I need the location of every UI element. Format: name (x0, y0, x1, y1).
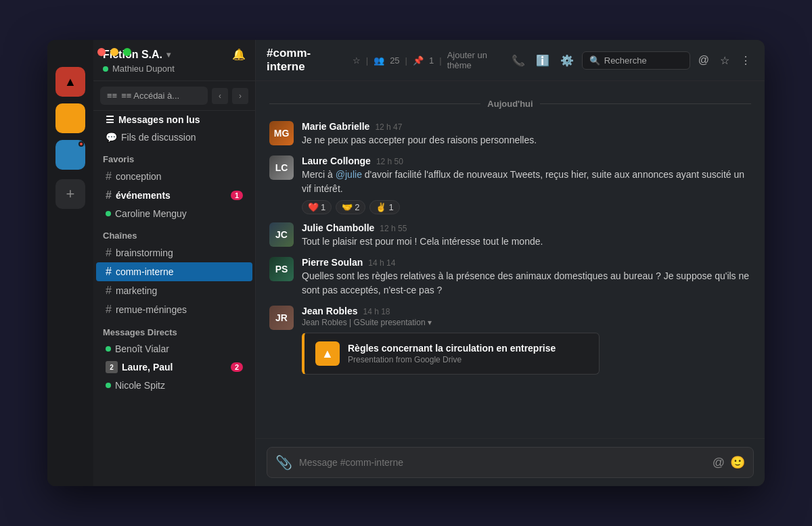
add-theme-label[interactable]: Ajouter un thème (447, 50, 502, 70)
section-favorites: Favoris # conception # événements 1 Caro… (93, 146, 255, 222)
sidebar-item-dm-benoit[interactable]: Benoît Vialar (96, 340, 252, 358)
message-header: Marie Gabrielle 12 h 47 (302, 121, 751, 132)
attachment-drive-icon: ▲ (315, 341, 340, 366)
attachment-card[interactable]: ▲ Règles concernant la circulation en en… (302, 333, 600, 375)
app-icon-1-label: ▲ (64, 75, 76, 89)
sidebar-item-conception[interactable]: # conception (96, 167, 252, 186)
channel-name-remue-meninges: remue-méninges (116, 304, 187, 315)
message-author: Marie Gabrielle (302, 121, 369, 132)
group-dm-icon: 2 (106, 361, 118, 373)
reaction-count: 1 (321, 202, 325, 212)
message-time: 12 h 47 (375, 122, 402, 132)
message-body: Jean Robles 14 h 18 Jean Robles | GSuite… (302, 306, 751, 375)
user-online-indicator (106, 383, 111, 388)
message-row: PS Pierre Soulan 14 h 14 Quelles sont le… (269, 254, 751, 300)
message-body: Pierre Soulan 14 h 14 Quelles sont les r… (302, 257, 751, 297)
user-online-indicator (106, 346, 111, 352)
sidebar-item-remue-meninges[interactable]: # remue-méninges (96, 300, 252, 319)
gsuite-label: Jean Robles | GSuite presentation ▾ (302, 318, 751, 327)
message-body: Laure Collonge 12 h 50 Merci à @julie d'… (302, 156, 751, 214)
separator: | (366, 55, 368, 66)
message-row: MG Marie Gabrielle 12 h 47 Je ne peux pa… (269, 118, 751, 150)
star-button[interactable]: ☆ (717, 51, 732, 70)
date-divider: Aujoud'hui (269, 99, 751, 109)
message-text: Merci à @julie d'avoir facilité l'afflux… (302, 168, 751, 196)
reaction-handshake[interactable]: 🤝 2 (336, 200, 365, 214)
nav-back-button[interactable]: ‹ (212, 88, 228, 104)
add-workspace-button[interactable]: + (55, 179, 85, 209)
channel-hash-icon: # (106, 189, 112, 201)
reaction-count: 1 (388, 202, 393, 212)
more-button[interactable]: ⋮ (738, 51, 754, 70)
app-icon-2[interactable] (55, 103, 85, 133)
sidebar-item-caroline[interactable]: Caroline Menguy (96, 205, 252, 222)
sidebar-item-comm-interne[interactable]: # comm-interne (96, 262, 252, 281)
search-box[interactable]: 🔍 Recherche (582, 51, 690, 70)
app-icon-3[interactable] (55, 140, 85, 170)
message-text: Tout le plaisir est pour moi ! Cela inté… (302, 235, 751, 249)
channel-name-evenements: événements (116, 190, 171, 201)
plus-icon: + (66, 185, 75, 203)
message-body: Marie Gabrielle 12 h 47 Je ne peux pas a… (302, 121, 751, 147)
mention-button[interactable]: @ (696, 51, 712, 69)
favorites-header: Favoris (93, 146, 255, 167)
emoji-icon[interactable]: 🙂 (730, 455, 745, 470)
window-close-dot[interactable] (97, 48, 106, 56)
sidebar: Fiction S.A. ▾ 🔔 Mathieu Dupont ≡≡ ≡≡ Ac… (93, 40, 256, 486)
section-unread: ☰ Messages non lus 💬 Fils de discussion (93, 111, 255, 146)
avatar: PS (269, 257, 294, 281)
dm-laure-paul-name: Laure, Paul (122, 362, 173, 373)
star-icon[interactable]: ☆ (353, 55, 361, 66)
channel-header: #comm-interne ☆ | 👥 25 | 📌 1 | Ajouter u… (256, 40, 765, 81)
nav-forward-button[interactable]: › (232, 88, 248, 104)
sidebar-item-evenements[interactable]: # événements 1 (96, 186, 252, 205)
channels-header: Chaînes (93, 222, 255, 243)
at-icon[interactable]: @ (713, 456, 725, 470)
navigate-search-button[interactable]: ≡≡ ≡≡ Accédai à... (100, 87, 208, 105)
pin-icon: 📌 (413, 55, 424, 66)
app-icon-1[interactable]: ▲ (55, 67, 85, 97)
reaction-victory[interactable]: ✌️ 1 (369, 200, 399, 214)
message-row: JR Jean Robles 14 h 18 Jean Robles | GSu… (269, 303, 751, 377)
channel-hash-icon: # (106, 285, 112, 297)
channel-hash-icon: # (106, 304, 112, 316)
search-icon: 🔍 (589, 55, 600, 66)
attachment-title: Règles concernant la circulation en entr… (348, 343, 588, 354)
avatar: JR (269, 306, 294, 330)
settings-button[interactable]: ⚙️ (558, 51, 577, 70)
message-row: JC Julie Chambolle 12 h 55 Tout le plais… (269, 220, 751, 252)
sidebar-item-dm-nicole[interactable]: Nicole Spitz (96, 377, 252, 394)
evenements-badge: 1 (231, 191, 243, 200)
message-input-box: 📎 @ 🙂 (267, 447, 754, 478)
channel-meta: ☆ | 👥 25 | 📌 1 | Ajouter un thème (353, 50, 502, 70)
message-time: 12 h 55 (380, 224, 407, 233)
sidebar-item-brainstorming[interactable]: # brainstorming (96, 243, 252, 262)
window-minimize-dot[interactable] (110, 48, 118, 56)
sidebar-item-unread[interactable]: ☰ Messages non lus (96, 111, 252, 128)
call-button[interactable]: 📞 (509, 51, 528, 70)
message-input[interactable] (299, 449, 706, 476)
message-text: Je ne peux pas accepter pour des raisons… (302, 133, 751, 147)
attachment-info: Règles concernant la circulation en entr… (348, 343, 588, 364)
user-status: Mathieu Dupont (103, 64, 246, 74)
input-right-icons: @ 🙂 (713, 455, 745, 470)
message-header: Jean Robles 14 h 18 (302, 306, 751, 316)
channel-title: #comm-interne (267, 47, 343, 74)
mention-julie[interactable]: @julie (336, 169, 362, 180)
reaction-count: 2 (355, 202, 359, 212)
notification-bell-icon[interactable]: 🔔 (232, 48, 246, 61)
reaction-heart[interactable]: ❤️ 1 (302, 200, 332, 214)
pin-count: 1 (429, 55, 434, 66)
separator: | (405, 55, 407, 66)
message-header: Julie Chambolle 12 h 55 (302, 222, 751, 233)
avatar: JC (269, 222, 294, 247)
header-actions: 📞 ℹ️ ⚙️ 🔍 Recherche @ ☆ ⋮ (509, 51, 754, 70)
username-label: Mathieu Dupont (112, 64, 175, 74)
info-button[interactable]: ℹ️ (533, 51, 552, 70)
sidebar-item-threads[interactable]: 💬 Fils de discussion (96, 128, 252, 146)
sidebar-item-marketing[interactable]: # marketing (96, 281, 252, 300)
window-maximize-dot[interactable] (123, 48, 131, 56)
message-time: 12 h 50 (376, 157, 403, 166)
sidebar-item-dm-laure-paul[interactable]: 2 Laure, Paul 2 (96, 358, 252, 377)
attach-icon[interactable]: 📎 (275, 448, 292, 477)
